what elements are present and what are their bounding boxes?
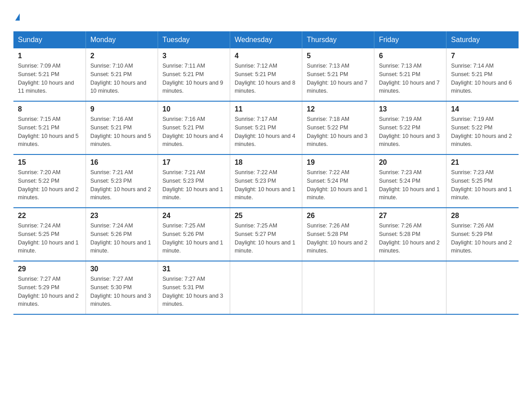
calendar-cell: 9 Sunrise: 7:16 AM Sunset: 5:21 PM Dayli… — [86, 101, 158, 154]
calendar-week-row: 29 Sunrise: 7:27 AM Sunset: 5:29 PM Dayl… — [13, 261, 519, 314]
calendar-cell: 10 Sunrise: 7:16 AM Sunset: 5:21 PM Dayl… — [158, 101, 230, 154]
day-number: 29 — [18, 265, 81, 273]
day-info: Sunrise: 7:13 AM Sunset: 5:21 PM Dayligh… — [307, 62, 369, 95]
day-info: Sunrise: 7:14 AM Sunset: 5:21 PM Dayligh… — [451, 62, 514, 95]
day-info: Sunrise: 7:21 AM Sunset: 5:23 PM Dayligh… — [90, 168, 153, 202]
calendar-cell: 3 Sunrise: 7:11 AM Sunset: 5:21 PM Dayli… — [158, 48, 230, 101]
day-number: 15 — [18, 158, 81, 167]
day-info: Sunrise: 7:20 AM Sunset: 5:22 PM Dayligh… — [18, 168, 81, 202]
day-info: Sunrise: 7:19 AM Sunset: 5:22 PM Dayligh… — [451, 115, 514, 149]
day-info: Sunrise: 7:13 AM Sunset: 5:21 PM Dayligh… — [379, 62, 442, 95]
calendar-cell: 24 Sunrise: 7:25 AM Sunset: 5:26 PM Dayl… — [158, 208, 230, 261]
day-info: Sunrise: 7:16 AM Sunset: 5:21 PM Dayligh… — [163, 115, 225, 149]
column-header-wednesday: Wednesday — [230, 31, 302, 48]
day-number: 31 — [163, 265, 225, 273]
day-info: Sunrise: 7:15 AM Sunset: 5:21 PM Dayligh… — [18, 115, 81, 149]
calendar-cell: 7 Sunrise: 7:14 AM Sunset: 5:21 PM Dayli… — [446, 48, 519, 101]
day-info: Sunrise: 7:18 AM Sunset: 5:22 PM Dayligh… — [307, 115, 369, 149]
calendar-week-row: 8 Sunrise: 7:15 AM Sunset: 5:21 PM Dayli… — [13, 101, 519, 154]
day-number: 23 — [90, 212, 153, 220]
calendar-cell: 29 Sunrise: 7:27 AM Sunset: 5:29 PM Dayl… — [13, 261, 86, 314]
day-number: 13 — [379, 105, 442, 113]
calendar-cell: 17 Sunrise: 7:21 AM Sunset: 5:23 PM Dayl… — [158, 154, 230, 208]
calendar-cell: 31 Sunrise: 7:27 AM Sunset: 5:31 PM Dayl… — [158, 261, 230, 314]
day-number: 5 — [307, 52, 369, 60]
day-info: Sunrise: 7:09 AM Sunset: 5:21 PM Dayligh… — [18, 62, 81, 95]
calendar-cell: 28 Sunrise: 7:26 AM Sunset: 5:29 PM Dayl… — [446, 208, 519, 261]
day-info: Sunrise: 7:23 AM Sunset: 5:25 PM Dayligh… — [451, 168, 514, 202]
calendar-cell: 23 Sunrise: 7:24 AM Sunset: 5:26 PM Dayl… — [86, 208, 158, 261]
day-number: 19 — [307, 158, 369, 167]
calendar-week-row: 22 Sunrise: 7:24 AM Sunset: 5:25 PM Dayl… — [13, 208, 519, 261]
day-number: 8 — [18, 105, 81, 113]
day-number: 12 — [307, 105, 369, 113]
calendar-cell: 22 Sunrise: 7:24 AM Sunset: 5:25 PM Dayl… — [13, 208, 86, 261]
calendar-cell: 26 Sunrise: 7:26 AM Sunset: 5:28 PM Dayl… — [302, 208, 374, 261]
calendar-cell: 21 Sunrise: 7:23 AM Sunset: 5:25 PM Dayl… — [446, 154, 519, 208]
day-number: 27 — [379, 212, 442, 220]
day-info: Sunrise: 7:24 AM Sunset: 5:26 PM Dayligh… — [90, 222, 153, 255]
calendar-cell — [230, 261, 302, 314]
calendar-table: SundayMondayTuesdayWednesdayThursdayFrid… — [13, 31, 519, 315]
calendar-cell — [446, 261, 519, 314]
calendar-week-row: 15 Sunrise: 7:20 AM Sunset: 5:22 PM Dayl… — [13, 154, 519, 208]
day-info: Sunrise: 7:21 AM Sunset: 5:23 PM Dayligh… — [163, 168, 225, 202]
day-info: Sunrise: 7:23 AM Sunset: 5:24 PM Dayligh… — [379, 168, 442, 202]
day-info: Sunrise: 7:16 AM Sunset: 5:21 PM Dayligh… — [90, 115, 153, 149]
calendar-cell: 19 Sunrise: 7:22 AM Sunset: 5:24 PM Dayl… — [302, 154, 374, 208]
calendar-cell: 5 Sunrise: 7:13 AM Sunset: 5:21 PM Dayli… — [302, 48, 374, 101]
day-number: 14 — [451, 105, 514, 113]
calendar-cell: 12 Sunrise: 7:18 AM Sunset: 5:22 PM Dayl… — [302, 101, 374, 154]
calendar-cell — [302, 261, 374, 314]
day-number: 22 — [18, 212, 81, 220]
day-number: 7 — [451, 52, 514, 60]
calendar-cell — [374, 261, 446, 314]
calendar-cell: 6 Sunrise: 7:13 AM Sunset: 5:21 PM Dayli… — [374, 48, 446, 101]
calendar-cell: 14 Sunrise: 7:19 AM Sunset: 5:22 PM Dayl… — [446, 101, 519, 154]
day-info: Sunrise: 7:12 AM Sunset: 5:21 PM Dayligh… — [235, 62, 297, 95]
calendar-cell: 15 Sunrise: 7:20 AM Sunset: 5:22 PM Dayl… — [13, 154, 86, 208]
day-number: 25 — [235, 212, 297, 220]
calendar-cell: 16 Sunrise: 7:21 AM Sunset: 5:23 PM Dayl… — [86, 154, 158, 208]
day-number: 30 — [90, 265, 153, 273]
day-number: 9 — [90, 105, 153, 113]
day-info: Sunrise: 7:26 AM Sunset: 5:29 PM Dayligh… — [451, 222, 514, 255]
day-number: 6 — [379, 52, 442, 60]
calendar-cell: 20 Sunrise: 7:23 AM Sunset: 5:24 PM Dayl… — [374, 154, 446, 208]
day-info: Sunrise: 7:25 AM Sunset: 5:26 PM Dayligh… — [163, 222, 225, 255]
calendar-cell: 1 Sunrise: 7:09 AM Sunset: 5:21 PM Dayli… — [13, 48, 86, 101]
calendar-cell: 25 Sunrise: 7:25 AM Sunset: 5:27 PM Dayl… — [230, 208, 302, 261]
day-number: 26 — [307, 212, 369, 220]
day-info: Sunrise: 7:19 AM Sunset: 5:22 PM Dayligh… — [379, 115, 442, 149]
day-info: Sunrise: 7:25 AM Sunset: 5:27 PM Dayligh… — [235, 222, 297, 255]
day-info: Sunrise: 7:26 AM Sunset: 5:28 PM Dayligh… — [307, 222, 369, 255]
day-info: Sunrise: 7:26 AM Sunset: 5:28 PM Dayligh… — [379, 222, 442, 255]
day-info: Sunrise: 7:22 AM Sunset: 5:23 PM Dayligh… — [235, 168, 297, 202]
day-number: 11 — [235, 105, 297, 113]
day-number: 1 — [18, 52, 81, 60]
day-info: Sunrise: 7:22 AM Sunset: 5:24 PM Dayligh… — [307, 168, 369, 202]
day-number: 21 — [451, 158, 514, 167]
day-info: Sunrise: 7:24 AM Sunset: 5:25 PM Dayligh… — [18, 222, 81, 255]
day-number: 18 — [235, 158, 297, 167]
day-number: 10 — [163, 105, 225, 113]
column-header-sunday: Sunday — [13, 31, 86, 48]
day-info: Sunrise: 7:17 AM Sunset: 5:21 PM Dayligh… — [235, 115, 297, 149]
column-header-monday: Monday — [86, 31, 158, 48]
calendar-cell: 13 Sunrise: 7:19 AM Sunset: 5:22 PM Dayl… — [374, 101, 446, 154]
logo-triangle-icon — [15, 13, 20, 21]
day-info: Sunrise: 7:10 AM Sunset: 5:21 PM Dayligh… — [90, 62, 153, 95]
calendar-week-row: 1 Sunrise: 7:09 AM Sunset: 5:21 PM Dayli… — [13, 48, 519, 101]
day-number: 3 — [163, 52, 225, 60]
logo — [13, 13, 20, 22]
column-header-saturday: Saturday — [446, 31, 519, 48]
calendar-cell: 4 Sunrise: 7:12 AM Sunset: 5:21 PM Dayli… — [230, 48, 302, 101]
column-header-thursday: Thursday — [302, 31, 374, 48]
calendar-cell: 30 Sunrise: 7:27 AM Sunset: 5:30 PM Dayl… — [86, 261, 158, 314]
column-header-friday: Friday — [374, 31, 446, 48]
calendar-cell: 2 Sunrise: 7:10 AM Sunset: 5:21 PM Dayli… — [86, 48, 158, 101]
day-number: 17 — [163, 158, 225, 167]
day-number: 20 — [379, 158, 442, 167]
calendar-cell: 27 Sunrise: 7:26 AM Sunset: 5:28 PM Dayl… — [374, 208, 446, 261]
day-number: 2 — [90, 52, 153, 60]
